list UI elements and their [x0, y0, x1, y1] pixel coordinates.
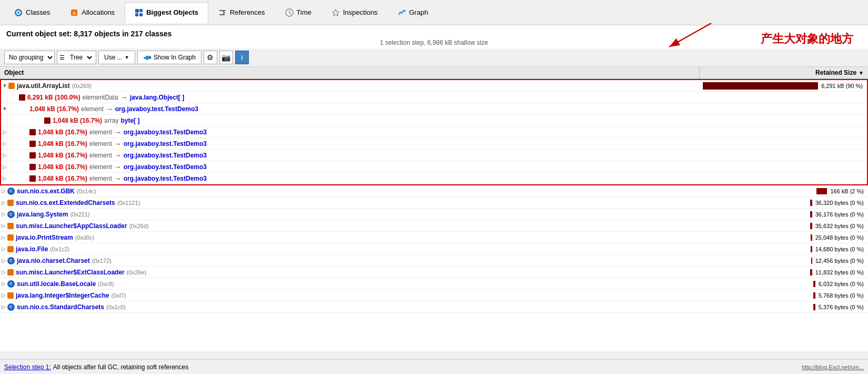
- sort-arrow-icon: ▼: [859, 70, 864, 76]
- ref-arrow-icon: →: [114, 151, 122, 160]
- ref-arrow-icon: →: [114, 128, 122, 136]
- highlighted-section: ▼ java.util.ArrayList (0x269) 6,291 kB (…: [0, 79, 868, 185]
- expand-icon[interactable]: ▷: [0, 223, 7, 229]
- class-icon-orange: [7, 292, 14, 299]
- classes-icon: [14, 8, 23, 17]
- retained-size-text: 11,832 bytes (0 %): [815, 269, 864, 275]
- table-row[interactable]: ▷ 1,048 kB (16.7%) element → org.javaboy…: [1, 173, 867, 184]
- table-row[interactable]: ▷ 1,048 kB (16.7%) array byte[ ]: [1, 115, 867, 126]
- retention-bar-tiny: [810, 269, 812, 275]
- expand-icon[interactable]: ▷: [0, 211, 7, 217]
- settings-button[interactable]: ⚙: [204, 51, 217, 64]
- class-icon-orange: [7, 234, 14, 241]
- table-row[interactable]: ▷ sun.misc.Launcher$AppClassLoader (0x26…: [0, 220, 868, 232]
- col-object-header: Object: [0, 67, 700, 78]
- retained-size-text: 36,320 bytes (0 %): [815, 200, 864, 206]
- info-button[interactable]: i: [235, 51, 249, 64]
- info-icon: i: [241, 54, 243, 61]
- table-row[interactable]: ▷ sun.nio.cs.ext.ExtendedCharsets (0x112…: [0, 197, 868, 209]
- table-row[interactable]: ▷ java.lang.Integer$IntegerCache (0xf7) …: [0, 290, 868, 301]
- expand-icon[interactable]: ▷: [0, 292, 7, 298]
- svg-rect-8: [139, 13, 143, 16]
- time-icon: [285, 8, 294, 17]
- expand-icon[interactable]: ▷: [0, 281, 7, 287]
- retention-bar: [810, 223, 812, 229]
- expand-icon[interactable]: ▷: [0, 234, 7, 240]
- class-icon-blue-c: C: [7, 257, 15, 264]
- table-row[interactable]: ▷ C sun.nio.cs.ext.GBK (0x14c) 166 kB (2…: [0, 185, 868, 197]
- expand-icon[interactable]: ▷: [0, 246, 7, 252]
- class-icon-dark-red: [29, 175, 36, 182]
- expand-icon[interactable]: ▷: [0, 269, 7, 275]
- tab-inspections[interactable]: Inspections: [321, 2, 388, 23]
- selection-step-link[interactable]: Selection step 1:: [4, 363, 51, 371]
- expand-icon[interactable]: ▷: [0, 200, 7, 205]
- tab-biggest-objects[interactable]: Biggest Objects: [125, 2, 208, 23]
- header-title: Current object set: 8,317 objects in 217…: [6, 29, 862, 38]
- tab-allocations[interactable]: A Allocations: [60, 2, 125, 23]
- show-in-graph-button[interactable]: ◀■ Show In Graph: [137, 51, 201, 64]
- class-icon-orange: [7, 223, 14, 229]
- graph-icon: [398, 8, 406, 17]
- tab-classes[interactable]: Classes: [4, 2, 60, 23]
- table-row[interactable]: ▷ java.io.PrintStream (0xd0c) 25,048 byt…: [0, 232, 868, 243]
- retained-size-text: 5,376 bytes (0 %): [819, 304, 864, 310]
- table-row[interactable]: ▷ C sun.nio.cs.StandardCharsets (0x1c0) …: [0, 301, 868, 313]
- table-row[interactable]: ▼ java.util.ArrayList (0x269) 6,291 kB (…: [1, 80, 867, 92]
- tab-inspections-label: Inspections: [343, 8, 378, 16]
- status-bar: Selection step 1: All objects after full…: [0, 359, 868, 374]
- expand-icon[interactable]: ▷: [1, 152, 8, 158]
- expand-icon[interactable]: ▷: [0, 258, 7, 263]
- use-button[interactable]: Use ... ▼: [98, 51, 135, 64]
- class-icon-dark-red: [29, 141, 36, 147]
- table-row[interactable]: ▷ 1,048 kB (16.7%) element → org.javaboy…: [1, 161, 867, 173]
- retention-bar: [703, 82, 818, 90]
- retention-bar: [811, 234, 812, 241]
- svg-line-17: [669, 23, 711, 47]
- camera-icon: 📷: [221, 53, 230, 62]
- expand-icon[interactable]: ▷: [1, 141, 8, 146]
- table-row[interactable]: ▷ C java.lang.System (0x221) 36,176 byte…: [0, 209, 868, 220]
- ref-arrow-icon: →: [114, 174, 122, 183]
- table-row[interactable]: ▷ 1,048 kB (16.7%) element → org.javaboy…: [1, 126, 867, 138]
- expand-icon[interactable]: ▷: [1, 175, 8, 181]
- expand-icon[interactable]: ▼: [1, 83, 8, 88]
- expand-icon[interactable]: ▷: [0, 188, 7, 194]
- svg-line-15: [289, 13, 291, 14]
- grouping-select[interactable]: No grouping By class By package: [4, 51, 55, 64]
- class-icon-orange: [7, 246, 14, 252]
- table-row[interactable]: ▷ C sun.util.locale.BaseLocale (0xc8) 6,…: [0, 278, 868, 290]
- class-icon-blue-c: C: [7, 280, 15, 288]
- tab-graph[interactable]: Graph: [388, 2, 438, 23]
- tab-references-label: References: [230, 8, 265, 16]
- retention-bar-tiny: [813, 292, 815, 299]
- table-row[interactable]: ▼ 1,048 kB (16.7%) element → org.javaboy…: [1, 103, 867, 115]
- table-row[interactable]: ▷ 1,048 kB (16.7%) element → org.javaboy…: [1, 150, 867, 161]
- class-icon-dark-red: [29, 129, 36, 135]
- retention-bar: [810, 211, 812, 218]
- retained-size-text: 12,456 bytes (0 %): [815, 258, 864, 264]
- expand-icon[interactable]: ▷: [1, 129, 8, 135]
- table-row[interactable]: ▷ java.io.File (0x1c2) 14,680 bytes (0 %…: [0, 243, 868, 255]
- expand-icon[interactable]: ▷: [0, 304, 7, 310]
- tree-select[interactable]: Tree List: [66, 52, 94, 63]
- class-icon-dark-red: [44, 117, 51, 124]
- tab-references[interactable]: References: [208, 2, 275, 23]
- svg-rect-5: [135, 9, 139, 13]
- show-in-graph-label: Show In Graph: [154, 54, 196, 61]
- table-row[interactable]: ▷ C java.nio.charset.Charset (0x172) 12,…: [0, 255, 868, 267]
- expand-icon[interactable]: ▷: [1, 164, 8, 170]
- table-row[interactable]: ▷ 6,291 kB (100.0%) elementData → java.l…: [1, 92, 867, 103]
- class-icon-blue-c: C: [7, 303, 15, 311]
- url-link[interactable]: http://blog.Excl.net/um...: [802, 364, 864, 370]
- allocations-icon: A: [70, 8, 78, 17]
- camera-button[interactable]: 📷: [219, 51, 233, 64]
- class-icon-orange: [7, 269, 14, 275]
- table-container: Object Retained Size ▼ ▼ java.util.Array…: [0, 67, 868, 351]
- tab-time[interactable]: Time: [275, 2, 321, 23]
- retention-bar: [811, 246, 812, 252]
- expand-icon[interactable]: ▼: [1, 106, 8, 112]
- table-row[interactable]: ▷ sun.misc.Launcher$ExtClassLoader (0x26…: [0, 267, 868, 278]
- retained-size-text: 25,048 bytes (0 %): [815, 234, 864, 241]
- table-row[interactable]: ▷ 1,048 kB (16.7%) element → org.javaboy…: [1, 138, 867, 150]
